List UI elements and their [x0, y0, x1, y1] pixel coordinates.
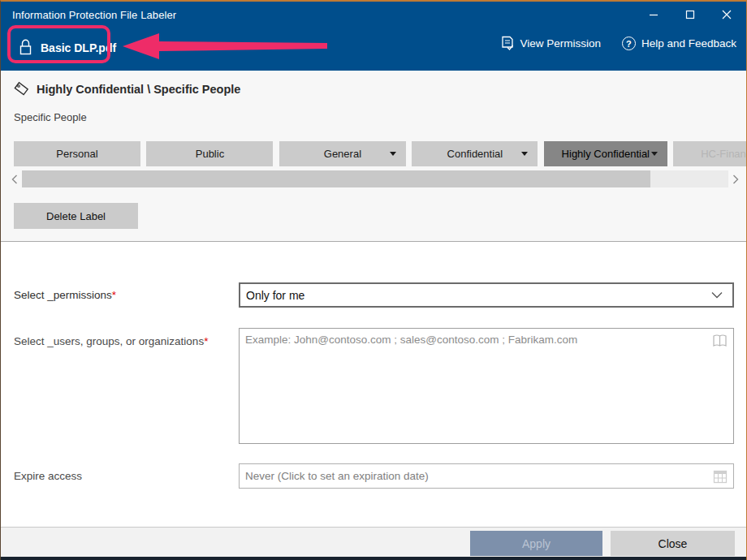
minimize-icon — [649, 10, 658, 19]
window-controls — [635, 2, 745, 28]
scrollbar-track[interactable] — [22, 170, 728, 187]
label-text: Confidential — [447, 148, 503, 160]
window-header: Information Protection File Labeler — [1, 2, 746, 71]
address-book-icon — [712, 334, 728, 347]
label-text: Highly Confidential — [562, 148, 650, 160]
label-text: Personal — [56, 148, 97, 160]
help-glyph: ? — [626, 39, 632, 49]
close-icon — [722, 10, 732, 19]
maximize-button[interactable] — [671, 2, 708, 28]
window-bottom-border — [1, 557, 746, 560]
users-field-label: Select _users, groups, or organizations* — [14, 335, 208, 347]
lock-icon — [19, 39, 32, 56]
view-permission-icon — [500, 36, 514, 51]
footer-bar: Apply Close — [1, 527, 746, 557]
permissions-label-text: Select _permissions — [14, 289, 112, 301]
help-icon: ? — [622, 37, 636, 50]
close-button[interactable]: Close — [611, 531, 735, 556]
information-protection-window: Information Protection File Labeler — [0, 0, 747, 560]
label-button-hc-finance[interactable]: HC-Financ — [673, 141, 747, 166]
section-subtitle: Specific People — [14, 111, 87, 123]
users-input[interactable] — [239, 328, 734, 444]
expire-field-label: Expire access — [14, 470, 82, 482]
calendar-icon — [713, 469, 728, 484]
required-asterisk: * — [204, 335, 208, 347]
dropdown-arrow-icon — [521, 152, 528, 156]
help-feedback-label: Help and Feedback — [641, 37, 736, 50]
chevron-down-icon — [711, 291, 723, 299]
scroll-left-button[interactable] — [7, 170, 22, 187]
scrollbar-thumb[interactable] — [22, 170, 650, 187]
label-section: Highly Confidential \ Specific People Sp… — [1, 71, 746, 242]
chevron-right-icon — [732, 174, 739, 184]
minimize-button[interactable] — [635, 2, 671, 28]
help-feedback-button[interactable]: ? Help and Feedback — [622, 37, 736, 50]
file-subheader: Basic DLP.pdf View Permission ? Help — [1, 28, 746, 71]
annotation-arrow — [120, 29, 330, 63]
address-book-button[interactable] — [712, 334, 728, 351]
header-links: View Permission ? Help and Feedback — [500, 36, 736, 51]
breadcrumb-text: Highly Confidential \ Specific People — [37, 83, 240, 96]
label-text: Public — [196, 148, 224, 160]
permissions-select[interactable]: Only for me — [239, 282, 734, 308]
required-asterisk: * — [112, 289, 116, 301]
permissions-form: Select _permissions* Only for me Select … — [1, 242, 746, 527]
label-button-public[interactable]: Public — [146, 141, 273, 166]
chevron-left-icon — [11, 174, 18, 184]
file-name-label: Basic DLP.pdf — [41, 41, 116, 54]
scroll-right-button[interactable] — [728, 170, 743, 187]
labels-horizontal-scrollbar — [7, 170, 743, 187]
maximize-icon — [685, 10, 695, 19]
current-file: Basic DLP.pdf — [19, 39, 116, 56]
dropdown-arrow-icon — [390, 152, 396, 156]
view-permission-label: View Permission — [520, 37, 601, 50]
apply-button[interactable]: Apply — [470, 531, 602, 556]
breadcrumb: Highly Confidential \ Specific People — [14, 81, 240, 97]
expire-value-text: Never (Click to set an expiration date) — [240, 470, 713, 482]
label-text: General — [324, 148, 361, 160]
titlebar: Information Protection File Labeler — [1, 2, 746, 28]
label-button-general[interactable]: General — [279, 141, 406, 166]
delete-label-button[interactable]: Delete Label — [14, 203, 138, 229]
dropdown-arrow-icon — [651, 152, 658, 156]
expire-access-field[interactable]: Never (Click to set an expiration date) — [239, 463, 734, 489]
users-label-text: Select _users, groups, or organizations — [14, 335, 204, 347]
users-input-container — [239, 328, 734, 444]
window-title: Information Protection File Labeler — [1, 9, 176, 21]
tag-icon — [14, 81, 29, 97]
label-button-highly-confidential[interactable]: Highly Confidential — [544, 141, 667, 166]
permissions-field-label: Select _permissions* — [14, 289, 116, 301]
permissions-selected-value: Only for me — [240, 289, 711, 302]
label-button-confidential[interactable]: Confidential — [412, 141, 538, 166]
label-buttons-row: Personal Public General Confidential Hig… — [14, 141, 747, 166]
close-window-button[interactable] — [708, 2, 745, 28]
view-permission-button[interactable]: View Permission — [500, 36, 601, 51]
label-text: HC-Financ — [701, 148, 747, 160]
label-button-personal[interactable]: Personal — [14, 141, 140, 166]
